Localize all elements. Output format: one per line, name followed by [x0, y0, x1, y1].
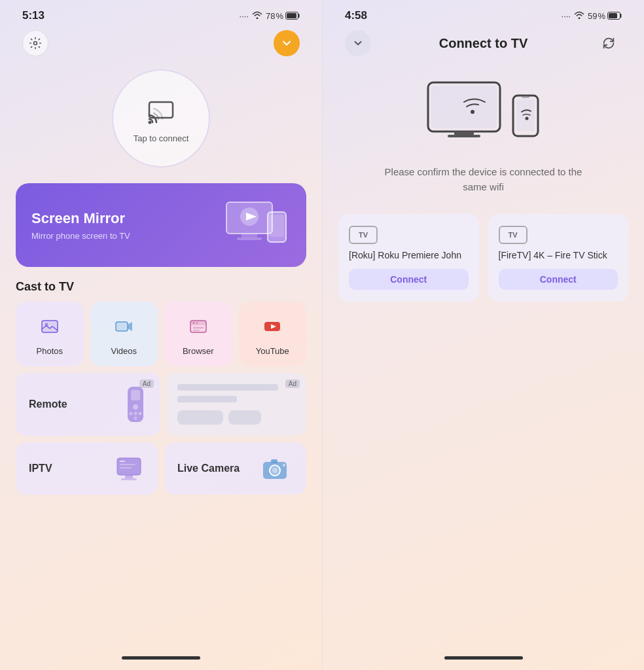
svg-point-4	[149, 120, 152, 124]
tap-to-connect-button[interactable]: Tap to connect	[112, 69, 210, 168]
ad-btn-row	[177, 410, 261, 425]
status-icons-left: ···· 78%	[240, 11, 300, 21]
videos-icon	[109, 312, 138, 341]
ad-line-2	[177, 396, 237, 402]
live-camera-item[interactable]: Live Camera	[164, 442, 306, 495]
firetv-device-name: [FireTV] 4K – Fire TV Stick	[499, 249, 618, 261]
chevron-down-icon	[280, 37, 293, 50]
status-icons-right: ···· 59%	[562, 11, 622, 21]
wifi-icon-right	[574, 11, 584, 21]
remote-label: Remote	[29, 398, 67, 410]
ad-badge: Ad	[285, 379, 300, 388]
time-left: 5:13	[22, 9, 45, 22]
svg-rect-45	[431, 86, 497, 128]
svg-rect-40	[271, 459, 277, 463]
svg-point-29	[134, 417, 137, 420]
svg-rect-34	[120, 461, 125, 462]
time-right: 4:58	[345, 9, 367, 22]
status-bar-left: 5:13 ···· 78%	[16, 0, 306, 27]
device-card-roku: TV [Roku] Roku Premiere John Connect	[338, 214, 479, 302]
right-panel: 4:58 ···· 59%	[322, 0, 644, 670]
svg-rect-24	[131, 390, 140, 400]
svg-point-28	[139, 412, 142, 415]
ad-line-1	[177, 384, 278, 391]
cast-icon	[144, 94, 178, 128]
tap-to-connect-label: Tap to connect	[134, 133, 189, 143]
status-bar-right: 4:58 ···· 59%	[338, 0, 628, 27]
svg-point-39	[272, 468, 277, 473]
screen-mirror-text: Screen Mirror Mirror phone screen to TV	[31, 210, 130, 241]
svg-point-27	[134, 412, 137, 415]
back-button[interactable]	[345, 30, 371, 56]
firetv-tv-badge: TV	[499, 226, 528, 244]
roku-connect-button[interactable]: Connect	[349, 269, 469, 290]
svg-point-51	[525, 117, 528, 120]
ad-btn-2	[228, 410, 261, 425]
svg-rect-20	[193, 327, 204, 328]
videos-item[interactable]: Videos	[90, 302, 158, 366]
svg-rect-52	[522, 96, 529, 98]
remote-item[interactable]: Remote Ad	[16, 373, 160, 436]
svg-rect-50	[516, 99, 535, 131]
mirror-icon	[225, 199, 291, 251]
svg-rect-47	[454, 132, 474, 135]
svg-rect-6	[241, 234, 257, 238]
device-list: TV [Roku] Roku Premiere John Connect TV …	[338, 214, 628, 302]
ad-placeholder: Ad	[167, 373, 306, 436]
svg-point-2	[34, 42, 37, 45]
iptv-label: IPTV	[29, 463, 52, 474]
battery-left: 78%	[266, 11, 300, 21]
photos-label: Photos	[37, 346, 63, 356]
home-indicator-left	[122, 656, 200, 660]
photos-icon	[35, 312, 64, 341]
svg-rect-9	[270, 215, 284, 237]
svg-point-41	[283, 464, 285, 467]
screen-mirror-title: Screen Mirror	[31, 210, 130, 227]
svg-point-25	[133, 404, 138, 410]
screen-mirror-card[interactable]: Screen Mirror Mirror phone screen to TV	[16, 183, 306, 267]
svg-rect-7	[237, 238, 262, 240]
svg-point-46	[471, 110, 474, 114]
roku-device-name: [Roku] Roku Premiere John	[349, 249, 469, 261]
live-camera-label: Live Camera	[177, 463, 240, 474]
svg-rect-1	[287, 13, 296, 18]
notification-button[interactable]	[274, 30, 300, 56]
browser-item[interactable]: Browser	[164, 302, 232, 366]
svg-rect-33	[121, 478, 137, 480]
photos-item[interactable]: Photos	[16, 302, 84, 366]
svg-rect-35	[120, 464, 135, 465]
youtube-label: YouTube	[256, 346, 289, 356]
camera-icon	[262, 455, 293, 482]
roku-tv-badge: TV	[349, 226, 378, 244]
svg-rect-43	[609, 13, 617, 18]
settings-button[interactable]	[22, 30, 48, 56]
youtube-item[interactable]: YouTube	[239, 302, 307, 366]
svg-rect-21	[193, 330, 200, 331]
cast-to-tv-label: Cast to TV	[16, 280, 306, 294]
svg-rect-32	[125, 475, 133, 478]
top-bar-right: Connect to TV	[338, 27, 628, 56]
svg-rect-30	[117, 458, 141, 475]
device-card-firetv: TV [FireTV] 4K – Fire TV Stick Connect	[488, 214, 629, 302]
chevron-down-icon-right	[352, 37, 364, 49]
wifi-icon-left	[252, 11, 262, 21]
confirm-text: Please confirm the device is connected t…	[379, 165, 588, 194]
left-panel: 5:13 ···· 78%	[0, 0, 322, 670]
remote-ad-badge: Ad	[139, 379, 154, 388]
signal-icon-right: ····	[562, 11, 571, 21]
home-indicator-right	[444, 656, 523, 660]
signal-icon-left: ····	[240, 11, 249, 21]
svg-rect-14	[116, 322, 128, 331]
svg-point-18	[192, 322, 194, 324]
ad-btn-1	[177, 410, 223, 425]
svg-rect-36	[120, 467, 132, 468]
svg-point-19	[196, 322, 198, 324]
cast-grid-row-1: Photos Videos	[16, 302, 306, 366]
firetv-connect-button[interactable]: Connect	[499, 269, 618, 290]
page-title: Connect to TV	[439, 36, 528, 51]
tv-illustration	[425, 76, 543, 154]
iptv-icon	[116, 455, 145, 482]
svg-rect-11	[42, 321, 58, 332]
iptv-item[interactable]: IPTV	[16, 442, 158, 495]
refresh-button[interactable]	[596, 30, 622, 56]
